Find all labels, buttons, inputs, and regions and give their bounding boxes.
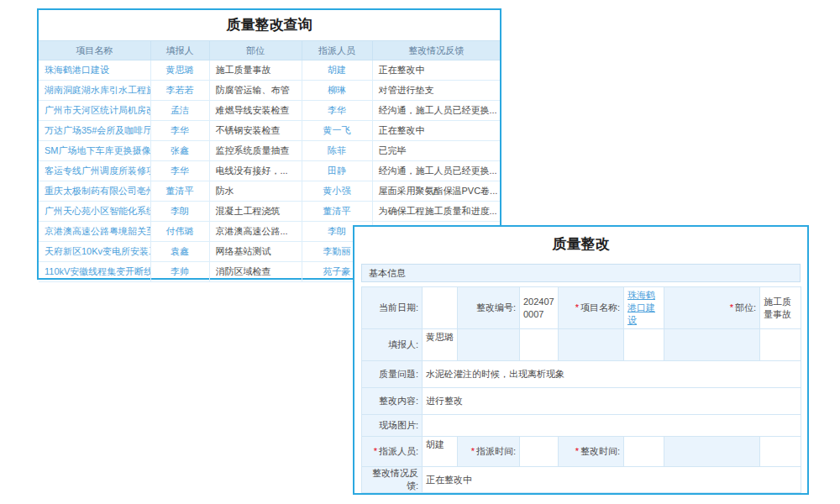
empty-label-cell xyxy=(664,437,760,467)
table-row: 客运专线广州调度所装修项目李华电线没有接好，...田静经沟通，施工人员已经更换.… xyxy=(39,161,500,181)
empty-value-cell xyxy=(520,329,559,361)
assign-time-label: *指派时间: xyxy=(458,437,520,467)
part-label: *部位: xyxy=(664,287,760,329)
part-cell: 网络基站测试 xyxy=(209,242,302,262)
project-cell[interactable]: 京港澳高速公路粤境韶关至广州段 xyxy=(39,222,150,242)
table-row: 重庆太极制药有限公司亳州分公司董清平防水黄小强屋面采用聚氨酯保温PVC卷... xyxy=(39,181,500,202)
reporter-cell: 袁鑫 xyxy=(150,242,209,262)
assignee-cell: 柳琳 xyxy=(302,81,372,101)
assignee-value: 胡建 xyxy=(423,437,458,467)
part-cell: 京港澳高速公路... xyxy=(209,222,302,242)
part-cell: 电线没有接好，... xyxy=(209,161,302,181)
column-header-feedback: 整改情况反馈 xyxy=(372,41,500,60)
form-row-reporter: 填报人: 黄思璐 xyxy=(362,329,801,361)
reporter-cell: 付伟璐 xyxy=(150,222,209,242)
page-background: 质量整改查询 项目名称 填报人 部位 指派人员 整改情况反馈 珠海鹤港口建设黄思… xyxy=(0,0,840,504)
feedback-cell: 为确保工程施工质量和进度... xyxy=(372,202,500,222)
feedback-cell: 正在整改中 xyxy=(372,60,500,81)
table-row: SM广场地下车库更换摄像头张鑫监控系统质量抽查陈菲已完毕 xyxy=(39,141,500,161)
project-name-label: *项目名称: xyxy=(559,287,624,329)
project-cell[interactable]: 湖南洞庭湖水库引水工程施工 xyxy=(39,81,150,101)
assignee-cell: 黄一飞 xyxy=(302,121,372,141)
current-date-value[interactable] xyxy=(423,287,458,329)
empty-label-cell xyxy=(664,329,760,361)
part-value: 施工质量事故 xyxy=(760,287,801,329)
assignee-label: *指派人员: xyxy=(362,437,423,467)
feedback-cell: 已完毕 xyxy=(372,141,500,161)
part-cell: 不锈钢安装检查 xyxy=(209,121,302,141)
table-row: 广州天心苑小区智能化系统李朗混凝土工程浇筑董清平为确保工程施工质量和进度... xyxy=(39,202,500,222)
reporter-label: 填报人: xyxy=(362,329,423,361)
rectification-content-label: 整改内容: xyxy=(362,388,423,415)
project-cell[interactable]: 万达广场35#会所及咖啡厅装修 xyxy=(39,121,150,141)
table-row: 万达广场35#会所及咖啡厅装修李华不锈钢安装检查黄一飞正在整改中 xyxy=(39,121,500,141)
assignee-cell: 胡建 xyxy=(302,60,372,81)
form-row-photo: 现场图片: xyxy=(362,415,801,437)
part-cell: 防水 xyxy=(209,181,302,202)
reporter-cell: 李华 xyxy=(150,121,209,141)
assign-time-value[interactable] xyxy=(520,437,559,467)
reporter-value: 黄思璐 xyxy=(423,329,458,361)
reporter-cell: 李若若 xyxy=(150,81,209,101)
rectification-form-table: 当前日期: 整改编号: 2024070007 *项目名称: 珠海鹤港口建设 *部… xyxy=(361,286,801,493)
part-cell: 消防区域检查 xyxy=(209,262,302,282)
empty-value-cell xyxy=(760,437,801,467)
assignee-cell: 李华 xyxy=(302,101,372,121)
quality-issue-label: 质量问题: xyxy=(362,361,423,388)
project-cell[interactable]: 重庆太极制药有限公司亳州分公司 xyxy=(39,181,150,202)
required-marker: * xyxy=(730,302,733,312)
project-cell[interactable]: 110kV安徽线程集变开断线路 xyxy=(39,262,150,282)
assignee-cell: 董清平 xyxy=(302,202,372,222)
assignee-cell: 田静 xyxy=(302,161,372,181)
feedback-cell: 经沟通，施工人员已经更换... xyxy=(372,161,500,181)
project-cell[interactable]: 广州市天河区统计局机房改造 xyxy=(39,101,150,121)
rectify-time-value[interactable] xyxy=(624,437,664,467)
query-panel-title: 质量整改查询 xyxy=(39,10,500,40)
part-cell: 防腐管运输、布管 xyxy=(209,81,302,101)
required-marker: * xyxy=(575,302,579,312)
feedback-value: 正在整改中 xyxy=(423,467,801,493)
project-cell[interactable]: SM广场地下车库更换摄像头 xyxy=(39,141,150,161)
feedback-cell: 对管进行垫支 xyxy=(372,81,500,101)
site-photo-label: 现场图片: xyxy=(362,415,423,437)
form-panel-title: 质量整改 xyxy=(354,227,807,259)
required-marker: * xyxy=(374,446,377,456)
part-cell: 施工质量事故 xyxy=(209,60,302,81)
reporter-cell: 孟洁 xyxy=(150,101,209,121)
reporter-cell: 张鑫 xyxy=(150,141,209,161)
part-cell: 难燃导线安装检查 xyxy=(209,101,302,121)
query-table-header: 项目名称 填报人 部位 指派人员 整改情况反馈 xyxy=(39,41,500,60)
project-cell[interactable]: 客运专线广州调度所装修项目 xyxy=(39,161,150,181)
form-row-content: 整改内容: 进行整改 xyxy=(362,388,801,415)
form-row-issue: 质量问题: 水泥砼灌注的时候，出现离析现象 xyxy=(362,361,801,388)
column-header-project: 项目名称 xyxy=(39,41,150,60)
project-cell[interactable]: 珠海鹤港口建设 xyxy=(39,60,150,81)
column-header-part: 部位 xyxy=(209,41,302,60)
rectification-content-value: 进行整改 xyxy=(423,388,801,415)
part-cell: 监控系统质量抽查 xyxy=(209,141,302,161)
reporter-cell: 李帅 xyxy=(150,262,209,282)
feedback-cell: 经沟通，施工人员已经更换... xyxy=(372,101,500,121)
current-date-label: 当前日期: xyxy=(362,287,423,329)
reporter-cell: 李朗 xyxy=(150,202,209,222)
empty-label-cell xyxy=(559,329,624,361)
reporter-cell: 黄思璐 xyxy=(150,60,209,81)
quality-issue-value: 水泥砼灌注的时候，出现离析现象 xyxy=(423,361,801,388)
quality-rectification-form-panel: 质量整改 基本信息 当前日期: 整改编号: 2024070007 *项目名称: … xyxy=(353,225,809,495)
site-photo-area[interactable] xyxy=(423,415,801,437)
feedback-cell: 屋面采用聚氨酯保温PVC卷... xyxy=(372,181,500,202)
rectification-number-label: 整改编号: xyxy=(458,287,520,329)
empty-label-cell xyxy=(458,329,520,361)
project-cell[interactable]: 广州天心苑小区智能化系统 xyxy=(39,202,150,222)
project-name-value: 珠海鹤港口建设 xyxy=(624,287,664,329)
reporter-cell: 李华 xyxy=(150,161,209,181)
table-row: 湖南洞庭湖水库引水工程施工李若若防腐管运输、布管柳琳对管进行垫支 xyxy=(39,81,500,101)
required-marker: * xyxy=(471,446,475,456)
table-row: 广州市天河区统计局机房改造孟洁难燃导线安装检查李华经沟通，施工人员已经更换... xyxy=(39,101,500,121)
basic-info-section-header: 基本信息 xyxy=(361,264,801,282)
project-link[interactable]: 珠海鹤港口建设 xyxy=(627,290,655,325)
project-cell[interactable]: 天府新区10Kv变电所安装工程 xyxy=(39,242,150,262)
rectify-time-label: *整改时间: xyxy=(559,437,624,467)
assignee-cell: 陈菲 xyxy=(302,141,372,161)
reporter-cell: 董清平 xyxy=(150,181,209,202)
